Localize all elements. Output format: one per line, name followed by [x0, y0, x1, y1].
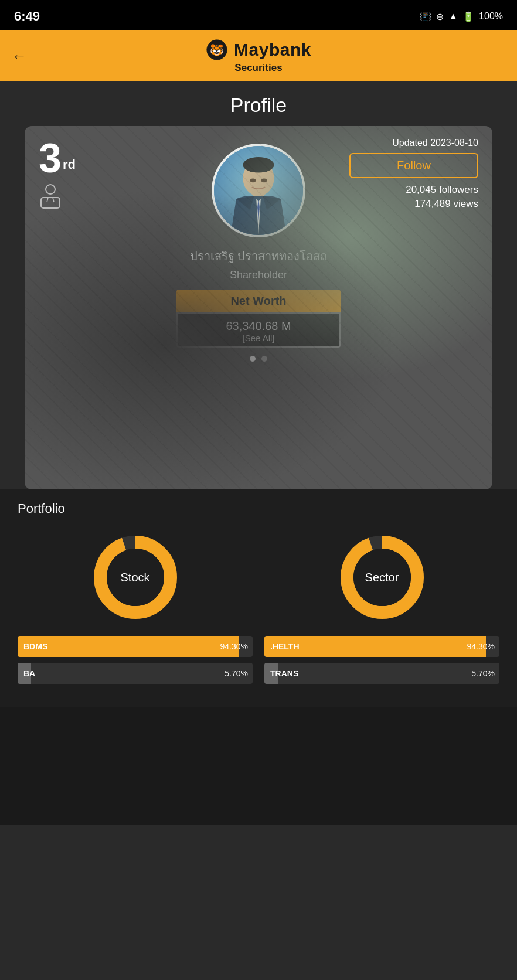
sector-donut-chart: Sector: [335, 530, 429, 624]
views-text: 174,489 views: [349, 198, 478, 210]
svg-line-5: [53, 198, 54, 202]
sector-bar-helth: .HELTH 94.30%: [264, 636, 499, 657]
person-icon: [39, 183, 76, 215]
sector-label: Sector: [335, 530, 429, 624]
portfolio-title: Portfolio: [18, 501, 499, 516]
sector-bar-trans-label: TRANS: [270, 669, 298, 678]
status-icons: 📳 ⊖ ▲ 🔋 100%: [420, 11, 503, 22]
follow-button[interactable]: Follow: [349, 153, 478, 178]
wifi-icon: ▲: [448, 11, 458, 22]
back-button[interactable]: ←: [12, 47, 27, 66]
stock-bars: BDMS 94.30% BA 5.70%: [18, 636, 253, 684]
brand-name: Maybank: [234, 40, 311, 60]
minus-circle-icon: ⊖: [436, 11, 444, 22]
stock-bar-bdms-percent: 94.30%: [220, 642, 248, 651]
status-bar: 6:49 📳 ⊖ ▲ 🔋 100%: [0, 0, 517, 30]
svg-line-4: [47, 198, 48, 202]
updated-text: Updated 2023-08-10: [349, 138, 478, 148]
stock-donut-chart: Stock: [89, 530, 182, 624]
battery-icon: 🔋: [462, 11, 474, 22]
sector-bar-helth-percent: 94.30%: [467, 642, 495, 651]
rank-number: 3: [39, 135, 62, 181]
stock-bar-bdms-label: BDMS: [23, 642, 47, 651]
charts-row: Stock BDMS 94.30% BA 5.70%: [18, 530, 499, 690]
svg-rect-3: [41, 198, 60, 208]
sector-bars: .HELTH 94.30% TRANS 5.70%: [264, 636, 499, 684]
main-content: Profile 3rd Updated 2023-08-10 Follow 20…: [0, 81, 517, 980]
stock-label: Stock: [89, 530, 182, 624]
portfolio-section: Portfolio: [0, 489, 517, 707]
brand-logo-row: 🐯 Maybank: [206, 39, 311, 61]
profile-top-right: Updated 2023-08-10 Follow 20,045 followe…: [349, 138, 478, 210]
stock-chart-container: Stock BDMS 94.30% BA 5.70%: [18, 530, 253, 690]
rank-suffix: rd: [63, 157, 76, 172]
profile-card: 3rd Updated 2023-08-10 Follow 20,045 fol…: [25, 126, 492, 489]
followers-text: 20,045 followers: [349, 184, 478, 196]
sector-chart-container: Sector .HELTH 94.30% TRANS: [264, 530, 499, 690]
app-header: ← 🐯 Maybank Securities: [0, 30, 517, 81]
svg-point-2: [46, 185, 55, 194]
brand-sub: Securities: [234, 62, 282, 74]
stock-donut-wrapper: Stock: [18, 530, 253, 624]
header-brand: 🐯 Maybank Securities: [206, 39, 311, 74]
stock-bar-ba-label: BA: [23, 669, 35, 678]
rank-container: 3rd: [39, 138, 76, 215]
status-time: 6:49: [14, 9, 40, 24]
sector-bar-trans: TRANS 5.70%: [264, 663, 499, 684]
svg-text:🐯: 🐯: [210, 43, 224, 57]
sector-bar-helth-label: .HELTH: [270, 642, 300, 651]
sector-donut-wrapper: Sector: [264, 530, 499, 624]
maybank-logo-icon: 🐯: [206, 39, 228, 61]
spacer: [0, 707, 517, 825]
stock-bar-ba-percent: 5.70%: [225, 669, 248, 678]
stock-bar-bdms: BDMS 94.30%: [18, 636, 253, 657]
profile-title: Profile: [0, 81, 517, 126]
stock-bar-ba: BA 5.70%: [18, 663, 253, 684]
sector-bar-trans-percent: 5.70%: [471, 669, 495, 678]
vibrate-icon: 📳: [420, 11, 431, 22]
battery-percent: 100%: [479, 11, 503, 22]
